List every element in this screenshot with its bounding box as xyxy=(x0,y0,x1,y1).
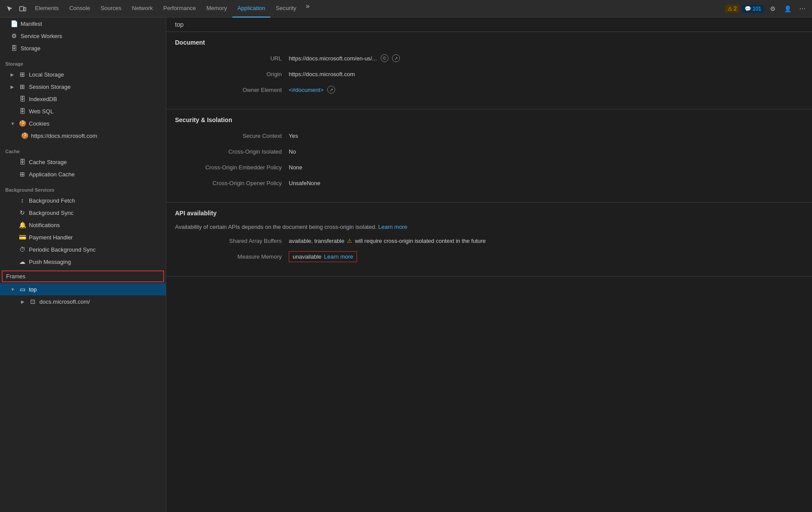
application-cache-icon: ⊞ xyxy=(19,171,26,178)
document-section-title: Document xyxy=(175,39,803,46)
service-workers-label: Service Workers xyxy=(21,33,62,39)
expand-arrow-session-storage: ▶ xyxy=(10,84,16,89)
url-value-container: https://docs.microsoft.com/en-us/... © ↗ xyxy=(289,54,400,62)
sidebar-item-web-sql[interactable]: ▶ 🗄 Web SQL xyxy=(0,105,166,117)
warning-icon: ⚠ xyxy=(728,6,732,12)
sidebar-item-cookies-url[interactable]: 🍪 https://docs.microsoft.com xyxy=(0,130,166,142)
sidebar-item-docs-frame[interactable]: ▶ ⊡ docs.microsoft.com/ xyxy=(0,295,166,308)
cross-origin-opener-value: UnsafeNone xyxy=(289,180,320,186)
sidebar-item-bg-sync[interactable]: ▶ ↻ Background Sync xyxy=(0,207,166,219)
sidebar-item-bg-fetch[interactable]: ▶ ↕ Background Fetch xyxy=(0,194,166,207)
sidebar-item-storage[interactable]: 🗄 Storage xyxy=(0,42,166,54)
cookies-icon: 🍪 xyxy=(19,120,26,127)
copy-icon[interactable]: © xyxy=(381,54,388,62)
session-storage-icon: ⊞ xyxy=(19,83,26,90)
api-section-title: API availablity xyxy=(175,210,803,217)
cache-section-label: Cache xyxy=(5,149,20,154)
bg-fetch-label: Background Fetch xyxy=(29,197,75,204)
cookies-label: Cookies xyxy=(29,120,49,127)
shared-array-value: available, transferable xyxy=(289,238,344,244)
tab-security[interactable]: Security xyxy=(270,0,301,18)
api-desc-text: Availability of certain APIs depends on … xyxy=(175,224,377,230)
cache-storage-label: Cache Storage xyxy=(29,159,67,165)
tab-elements[interactable]: Elements xyxy=(30,0,64,18)
owner-row: Owner Element <#document> ↗ xyxy=(175,84,803,95)
notifications-icon: 🔔 xyxy=(19,221,26,228)
sidebar-item-session-storage[interactable]: ▶ ⊞ Session Storage xyxy=(0,81,166,93)
service-workers-icon: ⚙ xyxy=(10,32,18,39)
sidebar-item-application-cache[interactable]: ▶ ⊞ Application Cache xyxy=(0,168,166,180)
storage-top-label: Storage xyxy=(21,45,41,52)
measure-memory-label: Measure Memory xyxy=(175,253,289,260)
web-sql-icon: 🗄 xyxy=(19,108,26,115)
bg-services-section-label: Background Services xyxy=(5,187,55,193)
cookies-url-icon: 🍪 xyxy=(21,132,28,139)
tab-application[interactable]: Application xyxy=(232,0,271,18)
cross-origin-embedder-row: Cross-Origin Embedder Policy None xyxy=(175,162,803,172)
storage-icon: 🗄 xyxy=(10,45,18,52)
tab-sources[interactable]: Sources xyxy=(95,0,127,18)
sidebar-item-manifest[interactable]: 📄 Manifest xyxy=(0,18,166,30)
cache-section-header: Cache xyxy=(0,145,166,156)
secure-context-label: Secure Context xyxy=(175,133,289,139)
origin-value: https://docs.microsoft.com xyxy=(289,71,355,77)
messages-badge[interactable]: 💬 101 xyxy=(742,5,764,13)
expand-arrow-local-storage: ▶ xyxy=(10,72,16,77)
expand-arrow-cookies: ▼ xyxy=(10,121,16,126)
sidebar-item-top-frame[interactable]: ▼ ▭ top xyxy=(0,283,166,295)
shared-array-label: Shared Array Buffers xyxy=(175,238,289,244)
warnings-badge[interactable]: ⚠ 2 xyxy=(725,5,739,13)
top-frame-label: top xyxy=(29,286,37,293)
application-cache-label: Application Cache xyxy=(29,171,75,178)
tab-memory[interactable]: Memory xyxy=(201,0,232,18)
sidebar-item-cache-storage[interactable]: ▶ 🗄 Cache Storage xyxy=(0,156,166,168)
storage-section-label: Storage xyxy=(5,61,23,67)
main-layout: 📄 Manifest ⚙ Service Workers 🗄 Storage S… xyxy=(0,18,812,512)
sidebar-item-service-workers[interactable]: ⚙ Service Workers xyxy=(0,30,166,42)
owner-navigate-icon[interactable]: ↗ xyxy=(327,86,335,94)
cross-origin-isolated-value: No xyxy=(289,148,296,155)
manifest-label: Manifest xyxy=(21,21,42,27)
bg-sync-label: Background Sync xyxy=(29,210,74,216)
cross-origin-opener-label: Cross-Origin Opener Policy xyxy=(175,180,289,186)
user-icon[interactable]: 👤 xyxy=(781,3,794,15)
settings-icon[interactable]: ⚙ xyxy=(766,3,779,15)
sidebar-item-indexeddb[interactable]: ▶ 🗄 IndexedDB xyxy=(0,93,166,105)
cookies-url-label: https://docs.microsoft.com xyxy=(31,133,97,139)
url-value: https://docs.microsoft.com/en-us/... xyxy=(289,55,377,62)
tab-console[interactable]: Console xyxy=(64,0,95,18)
docs-frame-label: docs.microsoft.com/ xyxy=(39,298,90,305)
more-options-icon[interactable]: ⋯ xyxy=(796,3,808,15)
measure-memory-box: unavailable Learn more xyxy=(289,251,357,262)
device-toggle-icon[interactable] xyxy=(17,3,29,15)
cross-origin-embedder-label: Cross-Origin Embedder Policy xyxy=(175,164,289,171)
origin-row: Origin https://docs.microsoft.com xyxy=(175,69,803,79)
sidebar-item-cookies[interactable]: ▼ 🍪 Cookies xyxy=(0,117,166,130)
sidebar-item-push-messaging[interactable]: ▶ ☁ Push Messaging xyxy=(0,256,166,268)
measure-memory-learn-more-link[interactable]: Learn more xyxy=(324,253,353,260)
more-tabs-button[interactable]: » xyxy=(301,0,314,12)
indexeddb-icon: 🗄 xyxy=(19,95,26,102)
navigate-icon[interactable]: ↗ xyxy=(392,54,400,62)
svg-rect-1 xyxy=(24,7,26,11)
sidebar-item-notifications[interactable]: ▶ 🔔 Notifications xyxy=(0,219,166,231)
sidebar-item-payment-handler[interactable]: ▶ 💳 Payment Handler xyxy=(0,231,166,243)
measure-memory-row: Measure Memory unavailable Learn more xyxy=(175,251,803,262)
document-section: Document URL https://docs.microsoft.com/… xyxy=(166,32,812,109)
cursor-icon[interactable] xyxy=(4,3,16,15)
toolbar-tabs: Elements Console Sources Network Perform… xyxy=(30,0,724,18)
tab-performance[interactable]: Performance xyxy=(158,0,201,18)
tab-network[interactable]: Network xyxy=(127,0,158,18)
sidebar-item-local-storage[interactable]: ▶ ⊞ Local Storage xyxy=(0,68,166,81)
session-storage-label: Session Storage xyxy=(29,84,70,90)
sidebar-item-periodic-bg-sync[interactable]: ▶ ⏱ Periodic Background Sync xyxy=(0,243,166,256)
push-messaging-label: Push Messaging xyxy=(29,259,71,265)
content-top-label: top xyxy=(166,18,812,32)
frames-label: Frames xyxy=(6,273,25,280)
cross-origin-opener-row: Cross-Origin Opener Policy UnsafeNone xyxy=(175,178,803,188)
api-learn-more-link[interactable]: Learn more xyxy=(378,224,407,230)
frames-section-header[interactable]: Frames xyxy=(2,270,164,282)
owner-label: Owner Element xyxy=(175,87,289,93)
url-label: URL xyxy=(175,55,289,62)
owner-value-link[interactable]: <#document> xyxy=(289,87,324,93)
